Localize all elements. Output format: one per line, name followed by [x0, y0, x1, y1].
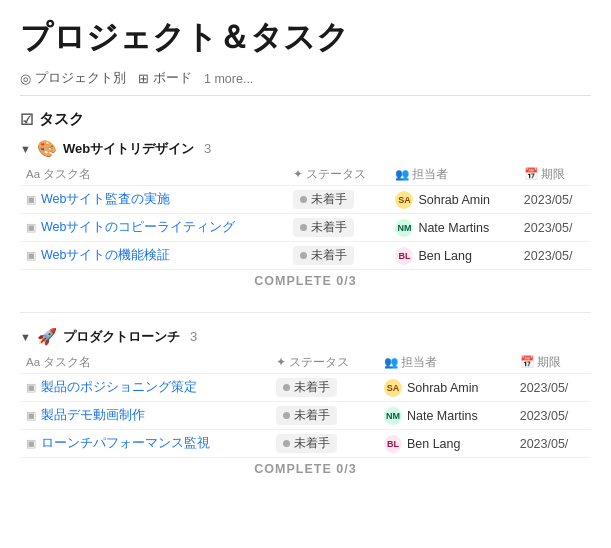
task-type-icon: ▣	[26, 193, 36, 206]
table-row: ▣ ローンチパフォーマンス監視 未着手 BL Ben Lang	[20, 430, 591, 458]
checkbox-icon: ☑	[20, 111, 33, 129]
task-assignee-cell[interactable]: NM Nate Martins	[389, 214, 517, 242]
group-header-1[interactable]: ▼ 🚀 プロダクトローンチ 3	[20, 327, 591, 346]
task-status-cell[interactable]: 未着手	[287, 186, 389, 214]
table-row: ▣ 製品デモ動画制作 未着手 NM Nate Martins	[20, 402, 591, 430]
task-name-label: Webサイトの機能検証	[41, 247, 170, 264]
due-date: 2023/05/	[524, 221, 573, 235]
status-label: 未着手	[311, 248, 347, 263]
group-count-1: 3	[190, 329, 197, 344]
avatar: BL	[384, 435, 402, 453]
project-by-icon: ◎	[20, 71, 31, 86]
status-dot	[300, 196, 307, 203]
group-0: ▼ 🎨 Webサイトリデザイン 3 Aaタスク名 ✦ステータス 👥担当者 📅期限	[20, 139, 591, 292]
col-header-task: Aaタスク名	[20, 164, 287, 186]
task-status-cell[interactable]: 未着手	[287, 242, 389, 270]
task-name-cell[interactable]: ▣ 製品のポジショニング策定	[20, 374, 270, 402]
table-row: ▣ Webサイトの機能検証 未着手 BL Ben Lang	[20, 242, 591, 270]
tab-project-by-label: プロジェクト別	[35, 70, 126, 87]
status-label: 未着手	[311, 220, 347, 235]
col-header-task: Aaタスク名	[20, 352, 270, 374]
col-header-due: 📅期限	[514, 352, 591, 374]
group-count-0: 3	[204, 141, 211, 156]
group-table-1: Aaタスク名 ✦ステータス 👥担当者 📅期限 ▣ 製品のポジショニング策定	[20, 352, 591, 480]
group-arrow-1: ▼	[20, 331, 31, 343]
group-name-1: プロダクトローンチ	[63, 328, 180, 346]
tasks-section-title: タスク	[39, 110, 84, 129]
task-name-label: Webサイト監査の実施	[41, 191, 170, 208]
group-divider	[20, 312, 591, 313]
assignee-name: Sohrab Amin	[407, 381, 479, 395]
assignee-name: Nate Martins	[407, 409, 478, 423]
status-dot	[300, 224, 307, 231]
task-status-cell[interactable]: 未着手	[270, 402, 378, 430]
col-header-assignee: 👥担当者	[378, 352, 514, 374]
assignee-name: Ben Lang	[418, 249, 472, 263]
task-assignee-cell[interactable]: SA Sohrab Amin	[378, 374, 514, 402]
status-label: 未着手	[294, 380, 330, 395]
col-header-status: ✦ステータス	[270, 352, 378, 374]
due-date: 2023/05/	[520, 437, 569, 451]
tab-project-by[interactable]: ◎ プロジェクト別	[20, 70, 126, 87]
group-header-0[interactable]: ▼ 🎨 Webサイトリデザイン 3	[20, 139, 591, 158]
assignee-name: Ben Lang	[407, 437, 461, 451]
table-row: ▣ Webサイト監査の実施 未着手 SA Sohrab Amin	[20, 186, 591, 214]
groups-container: ▼ 🎨 Webサイトリデザイン 3 Aaタスク名 ✦ステータス 👥担当者 📅期限	[20, 139, 591, 480]
tab-board-label: ボード	[153, 70, 192, 87]
col-header-assignee: 👥担当者	[389, 164, 517, 186]
due-date: 2023/05/	[520, 381, 569, 395]
status-label: 未着手	[311, 192, 347, 207]
status-dot	[283, 440, 290, 447]
task-status-cell[interactable]: 未着手	[287, 214, 389, 242]
group-table-0: Aaタスク名 ✦ステータス 👥担当者 📅期限 ▣ Webサイト監査の実施	[20, 164, 591, 292]
due-date: 2023/05/	[524, 193, 573, 207]
table-row: ▣ Webサイトのコピーライティング 未着手 NM Nate Martins	[20, 214, 591, 242]
more-views-link[interactable]: 1 more...	[204, 72, 253, 86]
status-dot	[283, 384, 290, 391]
task-type-icon: ▣	[26, 437, 36, 450]
task-type-icon: ▣	[26, 409, 36, 422]
avatar: BL	[395, 247, 413, 265]
task-name-cell[interactable]: ▣ Webサイトの機能検証	[20, 242, 287, 270]
tasks-section-header: ☑ タスク	[20, 110, 591, 129]
avatar: SA	[384, 379, 402, 397]
task-type-icon: ▣	[26, 381, 36, 394]
task-name-label: ローンチパフォーマンス監視	[41, 435, 210, 452]
due-date: 2023/05/	[520, 409, 569, 423]
group-arrow-0: ▼	[20, 143, 31, 155]
status-dot	[300, 252, 307, 259]
col-header-due: 📅期限	[518, 164, 591, 186]
task-name-cell[interactable]: ▣ 製品デモ動画制作	[20, 402, 270, 430]
task-name-label: Webサイトのコピーライティング	[41, 219, 235, 236]
task-name-label: 製品のポジショニング策定	[41, 379, 197, 396]
group-name-0: Webサイトリデザイン	[63, 140, 194, 158]
tab-board[interactable]: ⊞ ボード	[138, 70, 192, 87]
task-assignee-cell[interactable]: SA Sohrab Amin	[389, 186, 517, 214]
view-tabs: ◎ プロジェクト別 ⊞ ボード 1 more...	[20, 70, 591, 96]
avatar: NM	[384, 407, 402, 425]
task-type-icon: ▣	[26, 249, 36, 262]
task-name-cell[interactable]: ▣ ローンチパフォーマンス監視	[20, 430, 270, 458]
task-assignee-cell[interactable]: BL Ben Lang	[378, 430, 514, 458]
assignee-name: Sohrab Amin	[418, 193, 490, 207]
task-name-label: 製品デモ動画制作	[41, 407, 145, 424]
avatar: NM	[395, 219, 413, 237]
page-title: プロジェクト＆タスク	[20, 16, 591, 60]
task-due-cell: 2023/05/	[518, 242, 591, 270]
status-label: 未着手	[294, 408, 330, 423]
group-1: ▼ 🚀 プロダクトローンチ 3 Aaタスク名 ✦ステータス 👥担当者 📅期限	[20, 327, 591, 480]
complete-label: COMPLETE 0/3	[20, 270, 591, 293]
due-date: 2023/05/	[524, 249, 573, 263]
task-status-cell[interactable]: 未着手	[270, 374, 378, 402]
task-status-cell[interactable]: 未着手	[270, 430, 378, 458]
status-label: 未着手	[294, 436, 330, 451]
task-name-cell[interactable]: ▣ Webサイト監査の実施	[20, 186, 287, 214]
avatar: SA	[395, 191, 413, 209]
task-due-cell: 2023/05/	[514, 402, 591, 430]
assignee-name: Nate Martins	[418, 221, 489, 235]
group-emoji-1: 🚀	[37, 327, 57, 346]
task-assignee-cell[interactable]: NM Nate Martins	[378, 402, 514, 430]
task-name-cell[interactable]: ▣ Webサイトのコピーライティング	[20, 214, 287, 242]
task-assignee-cell[interactable]: BL Ben Lang	[389, 242, 517, 270]
task-due-cell: 2023/05/	[514, 430, 591, 458]
